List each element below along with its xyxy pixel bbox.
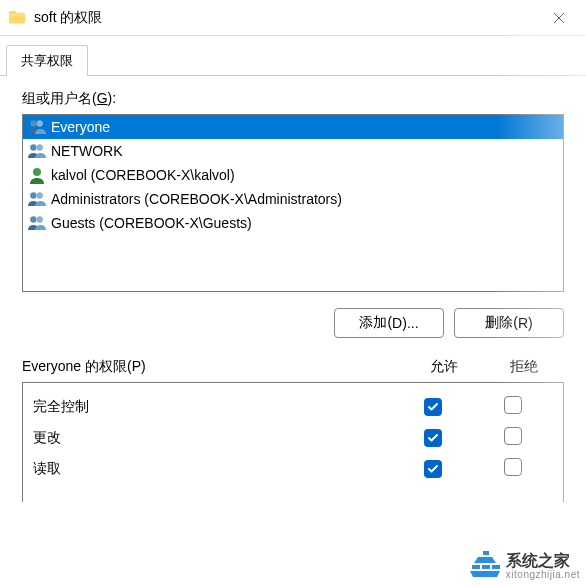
text: 组或用户名( — [22, 90, 97, 106]
list-item[interactable]: kalvol (COREBOOK-X\kalvol) — [23, 163, 563, 187]
user-icon — [27, 166, 47, 184]
watermark-url: xitongzhijia.net — [506, 569, 580, 580]
button-row: 添加(D)... 删除(R) — [22, 308, 564, 338]
add-button[interactable]: 添加(D)... — [334, 308, 444, 338]
checkbox[interactable] — [504, 458, 522, 476]
principal-name: Administrators (COREBOOK-X\Administrator… — [51, 191, 342, 207]
principal-name: NETWORK — [51, 143, 123, 159]
svg-point-5 — [30, 192, 36, 198]
permission-label: 读取 — [33, 460, 393, 478]
group-icon — [27, 118, 47, 136]
window-title: soft 的权限 — [34, 9, 536, 27]
principal-name: Everyone — [51, 119, 110, 135]
text: )... — [402, 315, 418, 331]
close-icon — [553, 12, 565, 24]
text: 删除( — [485, 314, 518, 332]
permission-label: 更改 — [33, 429, 393, 447]
folder-icon — [8, 10, 26, 25]
permissions-for-label: Everyone 的权限(P) — [22, 358, 404, 376]
tab-strip: 共享权限 — [0, 36, 586, 76]
permission-row: 读取 — [33, 453, 553, 484]
check-icon — [427, 432, 439, 444]
dialog-content: 组或用户名(G): EveryoneNETWORKkalvol (COREBOO… — [0, 76, 586, 516]
group-icon — [27, 214, 47, 232]
checkbox[interactable] — [424, 429, 442, 447]
text: ) — [141, 358, 146, 374]
check-icon — [427, 401, 439, 413]
permission-row: 更改 — [33, 422, 553, 453]
deny-column-header: 拒绝 — [484, 358, 564, 376]
svg-point-3 — [37, 144, 43, 150]
check-icon — [427, 463, 439, 475]
list-item[interactable]: NETWORK — [23, 139, 563, 163]
checkbox[interactable] — [504, 396, 522, 414]
principal-name: kalvol (COREBOOK-X\kalvol) — [51, 167, 235, 183]
list-item[interactable]: Everyone — [23, 115, 563, 139]
accelerator: P — [132, 358, 141, 374]
accelerator: R — [518, 315, 528, 331]
list-item[interactable]: Administrators (COREBOOK-X\Administrator… — [23, 187, 563, 211]
permission-row: 完全控制 — [33, 391, 553, 422]
remove-button[interactable]: 删除(R) — [454, 308, 564, 338]
svg-point-0 — [30, 120, 36, 126]
groups-users-label: 组或用户名(G): — [22, 90, 564, 108]
svg-point-8 — [37, 216, 43, 222]
watermark: 系统之家 xitongzhijia.net — [468, 551, 580, 581]
permissions-listbox: 完全控制更改读取 — [22, 382, 564, 502]
allow-column-header: 允许 — [404, 358, 484, 376]
svg-point-7 — [30, 216, 36, 222]
group-icon — [27, 190, 47, 208]
list-item[interactable]: Guests (COREBOOK-X\Guests) — [23, 211, 563, 235]
text: ) — [528, 315, 533, 331]
principal-name: Guests (COREBOOK-X\Guests) — [51, 215, 252, 231]
watermark-logo-icon — [468, 551, 502, 581]
svg-rect-9 — [483, 551, 489, 555]
checkbox[interactable] — [504, 427, 522, 445]
text: 添加( — [359, 314, 392, 332]
checkbox[interactable] — [424, 398, 442, 416]
accelerator: G — [97, 90, 108, 106]
principals-listbox[interactable]: EveryoneNETWORKkalvol (COREBOOK-X\kalvol… — [22, 114, 564, 292]
text: Everyone 的权限( — [22, 358, 132, 374]
svg-point-1 — [37, 120, 43, 126]
accelerator: D — [392, 315, 402, 331]
group-icon — [27, 142, 47, 160]
text: ): — [108, 90, 117, 106]
checkbox[interactable] — [424, 460, 442, 478]
watermark-text: 系统之家 — [506, 552, 580, 570]
titlebar: soft 的权限 — [0, 0, 586, 36]
svg-point-6 — [37, 192, 43, 198]
permission-label: 完全控制 — [33, 398, 393, 416]
tab-share-permissions[interactable]: 共享权限 — [6, 45, 88, 76]
permissions-header: Everyone 的权限(P) 允许 拒绝 — [22, 358, 564, 376]
svg-point-4 — [33, 168, 41, 176]
svg-point-2 — [30, 144, 36, 150]
close-button[interactable] — [536, 2, 582, 34]
